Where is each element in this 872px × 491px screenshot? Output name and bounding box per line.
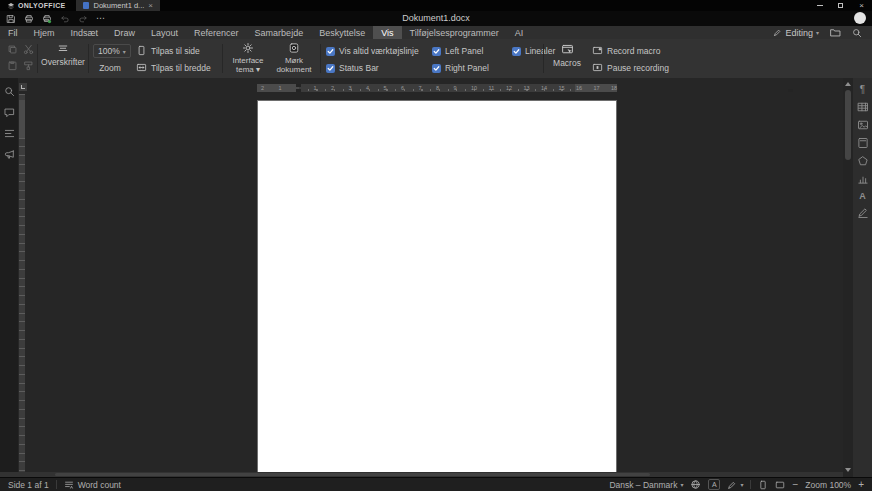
record-macro-button[interactable]: Record macro: [592, 45, 660, 56]
divider: [222, 44, 223, 73]
table-settings-button[interactable]: [857, 101, 869, 113]
customize-quick-access-button[interactable]: ⋯: [96, 14, 106, 23]
fit-to-page-button[interactable]: Tilpas til side: [136, 45, 200, 56]
tab-stop-selector[interactable]: [19, 83, 27, 91]
signature-settings-button[interactable]: [857, 207, 869, 219]
tab-hjem[interactable]: Hjem: [26, 26, 63, 39]
vertical-scrollbar[interactable]: [843, 78, 853, 477]
zoom-value: 100%: [98, 46, 120, 56]
zoom-out-button[interactable]: −: [792, 480, 798, 490]
right-indent-marker[interactable]: [788, 89, 793, 92]
chart-settings-button[interactable]: [857, 173, 869, 185]
chevron-down-icon: ▾: [123, 48, 126, 55]
checkbox-checked-icon: [326, 47, 335, 56]
fit-to-width-button[interactable]: Tilpas til bredde: [136, 62, 211, 73]
zoom-in-button[interactable]: +: [858, 480, 864, 490]
left-indent-marker[interactable]: [296, 89, 301, 92]
first-line-indent-marker[interactable]: [296, 84, 301, 87]
tab-beskyttelse[interactable]: Beskyttelse: [311, 26, 373, 39]
horizontal-scrollbar-thumb[interactable]: [55, 473, 650, 476]
print-button[interactable]: [24, 14, 34, 24]
set-document-language-button[interactable]: [690, 479, 701, 490]
pause-recording-button[interactable]: Pause recording: [592, 62, 669, 73]
quick-print-icon: [42, 14, 52, 24]
left-panel: [0, 78, 18, 477]
save-button[interactable]: [6, 14, 16, 24]
document-page[interactable]: [257, 100, 617, 473]
ruler-number: 12: [506, 84, 512, 92]
copy-button[interactable]: [7, 44, 18, 55]
zoom-value-dropdown[interactable]: 100% ▾: [93, 44, 131, 58]
tab-vis[interactable]: Vis: [373, 26, 401, 39]
scroll-down-icon[interactable]: [845, 468, 851, 472]
page-indicator[interactable]: Side 1 af 1: [8, 480, 49, 490]
fit-to-page-status-button[interactable]: [758, 480, 768, 490]
close-button[interactable]: ×: [851, 0, 872, 11]
ruler-number: 16: [576, 84, 582, 92]
chevron-down-icon: ▾: [740, 481, 743, 488]
ruler-number: 6: [401, 84, 404, 92]
tab-close-icon[interactable]: ×: [148, 2, 153, 10]
shape-settings-button[interactable]: [857, 155, 869, 167]
maximize-button[interactable]: [830, 0, 851, 11]
tab-fil[interactable]: Fil: [0, 26, 26, 39]
vertical-scrollbar-thumb[interactable]: [845, 90, 851, 160]
word-count-button[interactable]: Word count: [64, 480, 121, 490]
vertical-ruler[interactable]: [19, 94, 25, 472]
open-file-location-button[interactable]: [830, 27, 841, 38]
fit-to-page-label: Tilpas til side: [151, 46, 200, 56]
feedback-button[interactable]: [4, 149, 15, 160]
ruler-number: 1: [314, 84, 317, 92]
globe-icon: [690, 479, 701, 490]
zoom-level-label[interactable]: Zoom 100%: [805, 480, 851, 490]
checkbox-status-bar[interactable]: Status Bar: [326, 63, 379, 73]
header-footer-settings-button[interactable]: [857, 137, 869, 149]
dark-document-button[interactable]: Mørkdokument: [272, 42, 316, 74]
cut-button[interactable]: [23, 44, 34, 55]
ruler-number: 2: [331, 84, 334, 92]
fit-to-width-status-button[interactable]: [775, 480, 785, 490]
dark-document-icon: [288, 42, 300, 54]
tab-ai[interactable]: AI: [507, 26, 532, 39]
onlyoffice-logo-icon: [7, 2, 15, 10]
tab-indsaet[interactable]: Indsæt: [63, 26, 107, 39]
scroll-up-icon[interactable]: [845, 82, 851, 86]
paste-button[interactable]: [7, 60, 18, 71]
tab-tilfojelsesprogrammer[interactable]: Tilføjelsesprogrammer: [402, 26, 507, 39]
user-avatar[interactable]: [854, 12, 866, 24]
headings-button[interactable]: Overskrifter: [40, 43, 86, 67]
tab-layout[interactable]: Layout: [143, 26, 186, 39]
pause-recording-label: Pause recording: [607, 63, 669, 73]
horizontal-ruler[interactable]: 12345678910111213141516171821: [257, 84, 617, 92]
redo-button[interactable]: [78, 14, 88, 24]
checkbox-left-panel[interactable]: Left Panel: [432, 46, 483, 56]
interface-theme-button[interactable]: Interfacetema ▾: [226, 42, 270, 74]
checkbox-always-show-toolbar[interactable]: Vis altid værktøjslinje: [326, 46, 419, 56]
track-changes-button[interactable]: ▾: [727, 480, 743, 490]
text-art-settings-button[interactable]: A: [859, 191, 866, 201]
search-button[interactable]: [852, 28, 862, 38]
find-button[interactable]: [4, 86, 15, 97]
image-settings-button[interactable]: [857, 119, 869, 131]
undo-icon: [60, 14, 70, 24]
editing-mode-selector[interactable]: Editing ▾: [773, 28, 819, 38]
dark-document-label-1: Mørk: [285, 56, 303, 65]
quick-print-button[interactable]: [42, 14, 52, 24]
tab-samarbejde[interactable]: Samarbejde: [247, 26, 312, 39]
tab-referencer[interactable]: Referencer: [186, 26, 247, 39]
checkbox-right-panel[interactable]: Right Panel: [432, 63, 489, 73]
language-selector[interactable]: Dansk – Danmark ▾: [609, 480, 683, 490]
macros-button[interactable]: Macros: [549, 43, 585, 68]
redo-icon: [78, 14, 88, 24]
paragraph-settings-button[interactable]: ¶: [860, 85, 865, 95]
tab-draw[interactable]: Draw: [106, 26, 143, 39]
spell-check-button[interactable]: A: [708, 479, 720, 490]
navigation-button[interactable]: [4, 128, 15, 139]
comments-button[interactable]: [4, 107, 15, 118]
copy-style-button[interactable]: [23, 60, 34, 71]
minimize-button[interactable]: [809, 0, 830, 11]
word-count-icon: [64, 480, 74, 490]
ruler-number: 4: [366, 84, 369, 92]
undo-button[interactable]: [60, 14, 70, 24]
document-tab[interactable]: Dokument1 d... ×: [76, 0, 160, 11]
